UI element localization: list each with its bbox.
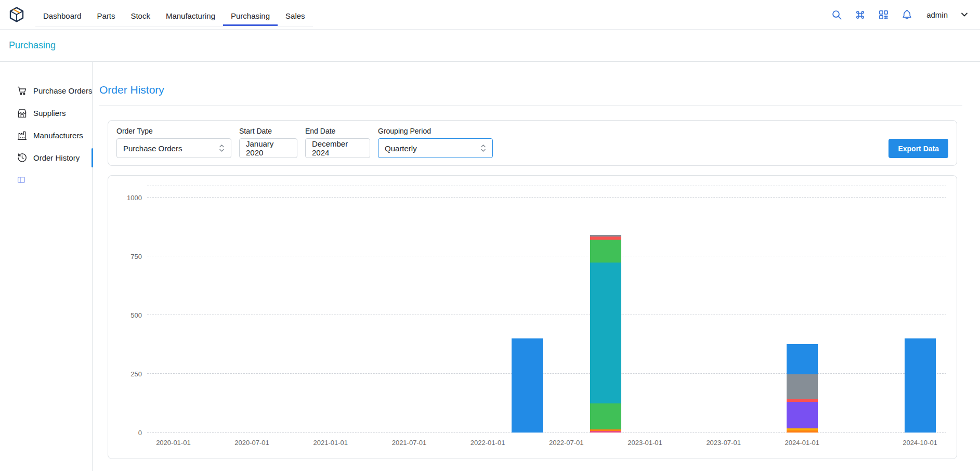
panel-icon[interactable] [17,175,26,185]
gridline [147,373,946,374]
x-axis-label: 2020-01-01 [156,439,191,447]
grouping-period-filter: Grouping Period Quarterly [378,127,493,158]
title-divider [99,106,962,106]
tab-parts[interactable]: Parts [89,6,123,26]
bar-segment [787,402,818,428]
bar-segment [905,338,936,433]
filter-panel: Order Type Purchase Orders Start Date Ja… [108,120,957,166]
start-date-input[interactable]: January 2020 [239,138,297,158]
bar-2024-01-01 [787,344,818,433]
gridline [147,197,946,198]
bar-segment [590,403,621,429]
order-history-chart: 025050075010002020-01-012020-07-012021-0… [147,186,946,433]
end-date-input[interactable]: December 2024 [305,138,370,158]
breadcrumb-purchasing-link[interactable]: Purchasing [9,40,56,51]
sidebar-item-suppliers[interactable]: Suppliers [0,102,92,124]
bar-2024-10-01 [905,338,936,433]
bar-segment [590,240,621,263]
sidebar-item-label: Suppliers [33,109,66,117]
chart-card: 025050075010002020-01-012020-07-012021-0… [108,175,957,459]
bar-segment [590,431,621,433]
bar-segment [512,338,543,433]
command-icon[interactable] [854,9,866,21]
main-nav-tabs: DashboardPartsStockManufacturingPurchasi… [35,6,313,27]
sidebar: Purchase OrdersSuppliersManufacturersOrd… [0,62,93,471]
start-date-filter: Start Date January 2020 [239,127,297,158]
selector-icon [480,143,486,153]
sidebar-item-order-history[interactable]: Order History [0,147,92,169]
bar-2022-04-01 [512,338,543,433]
apps-grid-icon[interactable] [878,9,890,21]
tab-sales[interactable]: Sales [278,6,313,26]
y-axis-label: 250 [130,370,142,378]
header-icon-group [831,9,913,21]
bar-segment [787,430,818,433]
sidebar-item-label: Purchase Orders [33,86,92,95]
main-content: Order History Order Type Purchase Orders… [93,62,980,471]
x-axis-label: 2022-07-01 [549,439,584,447]
sidebar-item-manufacturers[interactable]: Manufacturers [0,124,92,147]
x-axis-label: 2022-01-01 [471,439,505,447]
selector-icon [219,143,225,153]
end-date-filter: End Date December 2024 [305,127,370,158]
cart-icon [17,85,28,96]
grouping-period-label: Grouping Period [378,127,493,135]
search-icon[interactable] [831,9,843,21]
tab-stock[interactable]: Stock [123,6,158,26]
gridline [147,432,946,433]
start-date-label: Start Date [239,127,297,135]
grouping-period-select[interactable]: Quarterly [378,138,493,158]
x-axis-label: 2021-01-01 [313,439,348,447]
x-axis-label: 2024-10-01 [903,439,937,447]
x-axis-label: 2024-01-01 [785,439,820,447]
breadcrumb: Purchasing [0,30,980,62]
top-header: DashboardPartsStockManufacturingPurchasi… [0,0,980,30]
order-type-label: Order Type [116,127,231,135]
inventree-logo[interactable] [8,6,25,23]
bar-segment [787,374,818,399]
x-axis-label: 2021-07-01 [392,439,427,447]
header-actions: admin [831,9,970,21]
tab-manufacturing[interactable]: Manufacturing [158,6,223,26]
page-title: Order History [99,84,962,96]
export-data-button[interactable]: Export Data [888,139,948,158]
grouping-period-value: Quarterly [385,144,417,153]
order-type-value: Purchase Orders [123,144,182,153]
order-type-filter: Order Type Purchase Orders [116,127,231,158]
sidebar-item-purchase-orders[interactable]: Purchase Orders [0,80,92,102]
bar-segment [590,263,621,403]
x-axis-label: 2023-01-01 [628,439,662,447]
store-icon [17,108,28,119]
end-date-label: End Date [305,127,370,135]
order-type-select[interactable]: Purchase Orders [116,138,231,158]
tab-dashboard[interactable]: Dashboard [35,6,89,26]
y-axis-label: 750 [130,253,142,260]
x-axis-label: 2020-07-01 [234,439,269,447]
bar-2022-10-01 [590,235,621,433]
gridline [147,315,946,315]
sidebar-item-label: Order History [33,153,80,162]
username-label[interactable]: admin [926,10,948,19]
x-axis-label: 2023-07-01 [706,439,741,447]
gridline [147,186,946,186]
history-icon [17,152,28,163]
notification-bell-icon[interactable] [901,9,913,21]
chevron-down-icon[interactable] [959,9,970,20]
sidebar-item-label: Manufacturers [33,131,83,140]
y-axis-label: 0 [138,429,142,437]
bar-segment [787,344,818,374]
tab-purchasing[interactable]: Purchasing [223,6,278,26]
y-axis-label: 500 [130,311,142,319]
gridline [147,256,946,256]
factory-icon [17,130,28,141]
y-axis-label: 1000 [127,194,142,202]
